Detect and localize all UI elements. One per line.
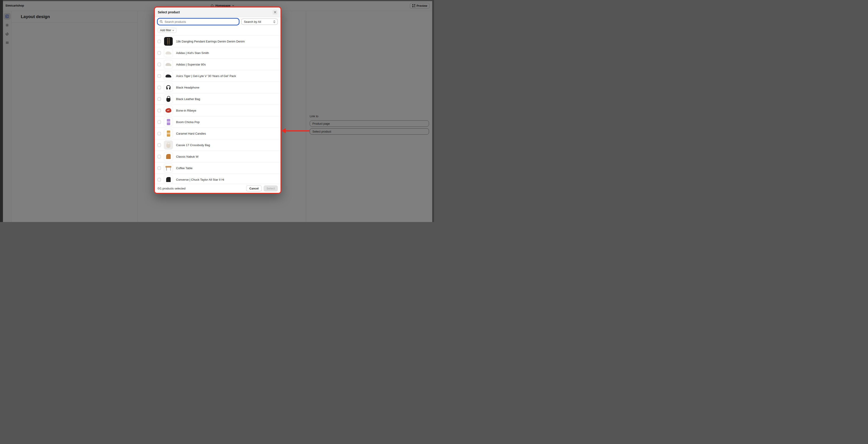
search-input[interactable]	[158, 19, 239, 25]
search-by-select[interactable]: Search by All	[241, 19, 278, 25]
window-edge-left	[0, 0, 3, 222]
product-image	[167, 131, 170, 137]
product-list[interactable]: 18k Dangling Pendant Earrings Denim Deni…	[155, 35, 281, 184]
product-image	[166, 85, 170, 90]
search-by-value: Search by All	[244, 20, 261, 24]
product-row[interactable]: Boom Chicka Pop	[155, 116, 281, 128]
product-checkbox[interactable]	[158, 155, 161, 158]
product-title: Converse | Chuck Taylor All Star II Hi	[176, 178, 224, 181]
product-thumbnail	[164, 94, 173, 103]
modal-footer: 0/1 products selected Cancel Select	[155, 184, 281, 193]
annotation-highlight-border: Select product	[154, 6, 281, 194]
product-thumbnail	[164, 60, 173, 69]
product-row[interactable]: Adidas | Superstar 80s	[155, 59, 281, 70]
product-thumbnail	[164, 48, 173, 57]
product-checkbox[interactable]	[158, 121, 161, 124]
search-field	[158, 19, 239, 25]
product-thumbnail	[164, 175, 173, 184]
product-image	[166, 98, 170, 102]
product-thumbnail	[164, 71, 173, 80]
product-thumbnail	[164, 129, 173, 138]
app-window: Simicartshop Homepage	[0, 0, 434, 222]
product-checkbox[interactable]	[158, 166, 161, 170]
product-image	[167, 38, 170, 44]
select-product-modal: Select product	[155, 7, 281, 193]
product-checkbox[interactable]	[158, 178, 161, 181]
product-thumbnail	[164, 117, 173, 127]
product-row[interactable]: Black Leather Bag	[155, 93, 281, 105]
product-checkbox[interactable]	[158, 63, 161, 66]
product-image	[165, 166, 171, 168]
close-button[interactable]	[272, 10, 278, 15]
modal-controls: Search by All Add filter +	[155, 17, 281, 35]
product-row[interactable]: 18k Dangling Pendant Earrings Denim Deni…	[155, 36, 281, 47]
select-button[interactable]: Select	[264, 185, 278, 192]
product-title: Caramel Hard Candies	[176, 132, 206, 135]
modal-title: Select product	[158, 10, 180, 14]
updown-chevron-icon	[273, 20, 276, 23]
product-image	[165, 63, 171, 66]
product-title: Adidas | Kid's Stan Smith	[176, 51, 209, 55]
product-title: Black Leather Bag	[176, 97, 200, 101]
product-title: Classic Nabuk W	[176, 155, 198, 158]
search-icon	[160, 20, 163, 23]
product-image	[167, 119, 170, 125]
product-row[interactable]: Asics Tiger | Gel-Lyte V '30 Years of Ge…	[155, 70, 281, 82]
plus-icon: +	[172, 29, 174, 32]
close-icon	[274, 11, 276, 13]
add-filter-button[interactable]: Add filter +	[158, 28, 177, 33]
product-image	[166, 177, 170, 182]
product-thumbnail	[164, 140, 173, 149]
product-row[interactable]: Black Headphone	[155, 82, 281, 93]
product-image	[165, 108, 171, 113]
product-title: Coffee Table	[176, 166, 193, 170]
product-checkbox[interactable]	[158, 143, 161, 147]
product-title: Asics Tiger | Gel-Lyte V '30 Years of Ge…	[176, 74, 236, 78]
product-title: Adidas | Superstar 80s	[176, 63, 206, 66]
product-thumbnail	[164, 37, 173, 46]
cancel-button[interactable]: Cancel	[246, 185, 262, 192]
product-checkbox[interactable]	[158, 40, 161, 43]
product-row[interactable]: Adidas | Kid's Stan Smith	[155, 47, 281, 59]
product-row[interactable]: Converse | Chuck Taylor All Star II Hi	[155, 174, 281, 184]
window-edge-top	[0, 0, 434, 1]
add-filter-label: Add filter	[160, 29, 171, 32]
product-title: Cassie 17 Crossbody Bag	[176, 143, 210, 147]
product-thumbnail	[164, 106, 173, 115]
product-row[interactable]: Cassie 17 Crossbody Bag	[155, 139, 281, 151]
product-checkbox[interactable]	[158, 51, 161, 55]
product-title: 18k Dangling Pendant Earrings Denim Deni…	[176, 40, 245, 43]
product-checkbox[interactable]	[158, 97, 161, 101]
product-row[interactable]: Bone-in Ribeye	[155, 105, 281, 116]
selection-summary: 0/1 products selected	[158, 187, 186, 190]
product-checkbox[interactable]	[158, 132, 161, 135]
product-title: Bone-in Ribeye	[176, 109, 196, 112]
product-image	[165, 52, 171, 55]
product-checkbox[interactable]	[158, 86, 161, 89]
product-title: Boom Chicka Pop	[176, 121, 199, 124]
product-row[interactable]: Caramel Hard Candies	[155, 128, 281, 139]
product-title: Black Headphone	[176, 86, 199, 89]
window-edge-right	[432, 0, 434, 222]
arrow-line	[285, 130, 309, 131]
product-thumbnail	[164, 164, 173, 173]
product-thumbnail	[164, 152, 173, 161]
product-checkbox[interactable]	[158, 74, 161, 78]
product-image	[166, 144, 170, 148]
product-row[interactable]: Coffee Table	[155, 162, 281, 174]
product-thumbnail	[164, 83, 173, 92]
product-image	[165, 74, 171, 77]
modal-header: Select product	[155, 7, 281, 17]
product-checkbox[interactable]	[158, 109, 161, 112]
product-image	[166, 154, 170, 159]
product-row[interactable]: Classic Nabuk W	[155, 151, 281, 162]
